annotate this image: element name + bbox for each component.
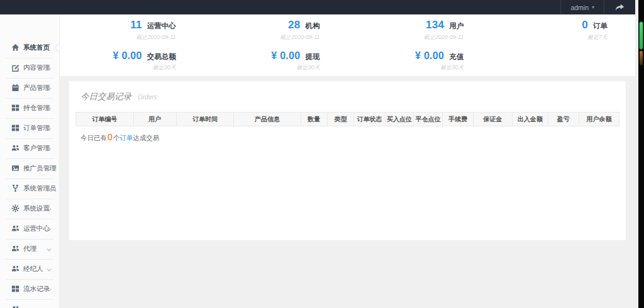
col-margin: 保证金 bbox=[474, 113, 512, 126]
col-type: 类型 bbox=[328, 113, 354, 126]
stat-subtitle: 最近30天 bbox=[440, 63, 464, 72]
col-quantity: 数量 bbox=[301, 113, 327, 126]
sidebar-item-customer-mgmt[interactable]: 客户管理 bbox=[0, 138, 59, 158]
stats-panel: 11 运营中心 截止2020-09-11 28 机构 截止2020-09-11 … bbox=[60, 14, 635, 76]
stat-label: 交易总额 bbox=[147, 52, 176, 62]
sidebar-item-order-mgmt[interactable]: 订单管理 bbox=[0, 118, 59, 138]
stat-label: 用户 bbox=[449, 21, 464, 31]
chevron-down-icon bbox=[47, 247, 51, 251]
sidebar-item-sys-admin[interactable]: 系统管理员 bbox=[0, 179, 59, 199]
chevron-down-icon bbox=[47, 167, 51, 170]
chevron-down-icon bbox=[47, 227, 51, 231]
home-icon bbox=[11, 43, 20, 52]
sidebar-item-partial[interactable] bbox=[0, 299, 59, 308]
orders-link[interactable]: 订单 bbox=[119, 134, 133, 141]
sidebar-item-label: 经纪人 bbox=[23, 265, 43, 273]
sidebar-item-label: 客户管理 bbox=[23, 144, 50, 153]
sidebar-item-position-mgmt[interactable]: 持仓管理 bbox=[0, 98, 59, 118]
chevron-down-icon bbox=[47, 267, 51, 271]
col-order-status: 订单状态 bbox=[354, 113, 385, 126]
stat-value: ¥ 0.00 bbox=[271, 50, 300, 62]
stat-label: 机构 bbox=[306, 21, 320, 31]
stat-value: ¥ 0.00 bbox=[113, 50, 142, 62]
orders-panel: 今日交易记录 Orders 订单编号 用户 订单时间 产品信息 数量 类型 订单… bbox=[69, 81, 626, 240]
users-icon bbox=[11, 245, 20, 253]
logout-button[interactable] bbox=[604, 0, 635, 14]
stat-value: 0 bbox=[582, 19, 588, 31]
active-item-notch bbox=[55, 43, 60, 52]
sidebar-item-label: 运营中心 bbox=[23, 224, 50, 233]
sidebar-item-label: 订单管理 bbox=[23, 124, 50, 133]
sidebar-item-label: 代理 bbox=[23, 245, 36, 253]
sidebar-item-label: 推广员管理 bbox=[23, 164, 57, 173]
scrollbar-thumb[interactable] bbox=[639, 21, 643, 50]
col-buy-point: 买入点位 bbox=[385, 113, 414, 126]
sidebar-item-label: 内容管理 bbox=[23, 63, 50, 72]
sidebar-item-promoter-mgmt[interactable]: 推广员管理 bbox=[0, 158, 59, 179]
chevron-down-icon bbox=[47, 86, 51, 90]
note-unit: 个 bbox=[113, 134, 120, 141]
note-suffix: 达成交易 bbox=[133, 134, 159, 141]
chevron-down-icon bbox=[47, 66, 51, 70]
chevron-down-icon bbox=[47, 207, 51, 211]
scrollbar-marker bbox=[640, 51, 643, 65]
chevron-down-icon bbox=[47, 106, 51, 110]
sidebar-item-agent[interactable]: 代理 bbox=[0, 239, 59, 259]
orders-header-row: 订单编号 用户 订单时间 产品信息 数量 类型 订单状态 买入点位 平仓点位 手… bbox=[76, 113, 619, 126]
stat-orders: 0 订单 最近7天 bbox=[491, 14, 635, 45]
sidebar-item-label: 系统管理员 bbox=[23, 184, 57, 193]
stat-subtitle: 截止2020-09-11 bbox=[424, 33, 464, 41]
stat-subtitle: 最近30天 bbox=[296, 63, 319, 72]
note-prefix: 今日已有 bbox=[80, 134, 107, 141]
users-icon bbox=[11, 305, 20, 308]
col-in-out-amount: 出入金额 bbox=[512, 113, 548, 126]
stat-users: 134 用户 截止2020-09-11 bbox=[348, 14, 492, 45]
forward-arrow-icon bbox=[615, 4, 625, 11]
chevron-down-icon bbox=[47, 126, 51, 130]
col-user: 用户 bbox=[133, 113, 176, 126]
stat-total-volume: ¥ 0.00 交易总额 最近30天 bbox=[60, 45, 204, 76]
note-count: 0 bbox=[107, 132, 113, 142]
sidebar: 系统首页 内容管理 产品管理 持仓管理 订单管理 客户管理 bbox=[0, 14, 60, 308]
col-fee: 手续费 bbox=[443, 113, 474, 126]
sidebar-item-sys-settings[interactable]: 系统设置 bbox=[0, 199, 59, 219]
fork-icon bbox=[11, 184, 20, 193]
sidebar-item-label: 流水记录 bbox=[23, 285, 50, 294]
grid-icon bbox=[11, 104, 20, 113]
sidebar-item-content-mgmt[interactable]: 内容管理 bbox=[0, 58, 59, 78]
stat-subtitle: 最近30天 bbox=[153, 63, 176, 72]
users-icon bbox=[11, 224, 20, 233]
orders-table: 订单编号 用户 订单时间 产品信息 数量 类型 订单状态 买入点位 平仓点位 手… bbox=[75, 112, 619, 126]
user-menu-button[interactable]: admin ▾ bbox=[561, 0, 604, 14]
edit-icon bbox=[11, 63, 20, 72]
col-close-point: 平仓点位 bbox=[414, 113, 443, 126]
chevron-down-icon bbox=[47, 146, 51, 150]
stat-empty-cell bbox=[491, 45, 635, 76]
stat-withdrawals: ¥ 0.00 提现 最近30天 bbox=[204, 45, 348, 76]
col-order-time: 订单时间 bbox=[176, 113, 234, 126]
sidebar-item-label: 产品管理 bbox=[23, 84, 50, 92]
stat-deposits: ¥ 0.00 充值 最近30天 bbox=[348, 45, 492, 76]
stat-label: 订单 bbox=[593, 21, 608, 31]
col-profit-loss: 盈亏 bbox=[548, 113, 579, 126]
stat-value: ¥ 0.00 bbox=[415, 50, 444, 62]
stat-subtitle: 截止2020-09-11 bbox=[136, 33, 175, 41]
sidebar-item-label: 持仓管理 bbox=[23, 104, 50, 113]
sidebar-item-transaction-log[interactable]: 流水记录 bbox=[0, 279, 59, 299]
caret-down-icon: ▾ bbox=[592, 4, 594, 10]
col-order-id: 订单编号 bbox=[76, 113, 134, 126]
chevron-down-icon bbox=[47, 287, 51, 291]
calendar-icon bbox=[11, 84, 20, 92]
sidebar-item-broker[interactable]: 经纪人 bbox=[0, 259, 59, 279]
sidebar-item-product-mgmt[interactable]: 产品管理 bbox=[0, 78, 59, 98]
sidebar-item-operation-center[interactable]: 运营中心 bbox=[0, 219, 59, 239]
stat-subtitle: 截止2020-09-11 bbox=[280, 33, 319, 41]
orders-titlebar: 今日交易记录 Orders bbox=[80, 91, 619, 102]
col-user-balance: 用户余额 bbox=[579, 113, 619, 126]
sidebar-item-home[interactable]: 系统首页 bbox=[0, 38, 59, 58]
stat-label: 运营中心 bbox=[147, 21, 176, 31]
orders-empty-note: 今日已有0个订单达成交易 bbox=[80, 132, 619, 143]
users-icon bbox=[11, 265, 20, 273]
users-icon bbox=[11, 144, 20, 153]
sidebar-item-label: 系统首页 bbox=[23, 43, 50, 52]
